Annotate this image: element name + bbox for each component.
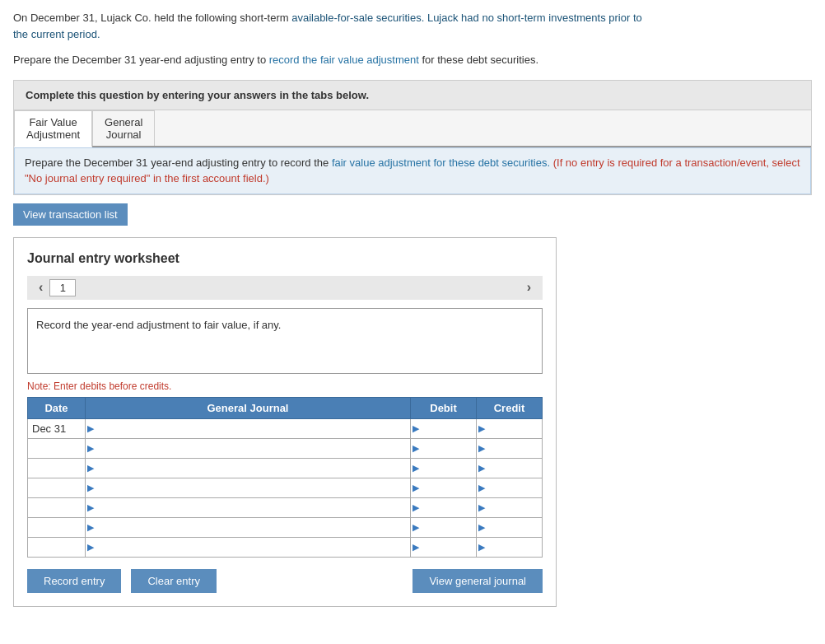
gj-arrow-0: ▶	[86, 423, 94, 434]
table-row: ▶▶▶	[28, 458, 543, 478]
gj-cell-5[interactable]: ▶	[86, 517, 411, 537]
gj-arrow-2: ▶	[86, 463, 94, 474]
date-cell-6	[28, 537, 86, 557]
gj-input-2[interactable]	[94, 459, 410, 478]
table-row: ▶▶▶	[28, 478, 543, 497]
table-row: ▶▶▶	[28, 497, 543, 517]
col-header-gj: General Journal	[86, 397, 411, 418]
complete-box: Complete this question by entering your …	[13, 80, 812, 110]
debit-arrow-3: ▶	[411, 483, 419, 493]
nav-row: ‹ 1 ›	[27, 276, 543, 300]
gj-input-4[interactable]	[94, 498, 410, 517]
gj-input-5[interactable]	[94, 518, 410, 537]
debit-cell-6[interactable]: ▶	[411, 537, 477, 557]
tab-general-journal[interactable]: GeneralJournal	[92, 110, 155, 146]
nav-prev-button[interactable]: ‹	[32, 280, 49, 295]
credit-arrow-5: ▶	[477, 522, 485, 533]
worksheet-title: Journal entry worksheet	[27, 251, 543, 266]
credit-arrow-1: ▶	[477, 443, 485, 454]
debit-cell-2[interactable]: ▶	[411, 458, 477, 478]
gj-cell-6[interactable]: ▶	[86, 537, 411, 557]
debit-input-5[interactable]	[419, 518, 476, 537]
debit-arrow-2: ▶	[411, 463, 419, 474]
credit-cell-2[interactable]: ▶	[477, 458, 543, 478]
entry-description: Record the year-end adjustment to fair v…	[27, 308, 543, 374]
credit-arrow-0: ▶	[477, 423, 485, 434]
intro-line2: the current period.	[13, 28, 100, 40]
credit-input-5[interactable]	[485, 518, 542, 537]
prepare-highlight: record the fair value adjustment	[269, 54, 419, 66]
debit-arrow-6: ▶	[411, 542, 419, 553]
credit-arrow-4: ▶	[477, 502, 485, 513]
intro-highlight: available-for-sale securities. Lujack ha…	[291, 12, 642, 24]
gj-arrow-5: ▶	[86, 522, 94, 533]
gj-cell-0[interactable]: ▶	[86, 418, 411, 438]
gj-input-3[interactable]	[94, 478, 410, 497]
debit-input-6[interactable]	[419, 538, 476, 557]
debit-cell-4[interactable]: ▶	[411, 497, 477, 517]
complete-box-text: Complete this question by entering your …	[26, 89, 369, 101]
debit-arrow-5: ▶	[411, 522, 419, 533]
note-text: Note: Enter debits before credits.	[27, 380, 543, 392]
debit-input-2[interactable]	[419, 459, 476, 478]
credit-cell-0[interactable]: ▶	[477, 418, 543, 438]
credit-cell-3[interactable]: ▶	[477, 478, 543, 497]
entry-description-text: Record the year-end adjustment to fair v…	[36, 319, 281, 331]
view-general-journal-button[interactable]: View general journal	[412, 569, 543, 593]
gj-arrow-1: ▶	[86, 443, 94, 454]
clear-entry-button[interactable]: Clear entry	[131, 569, 217, 593]
prepare-paragraph: Prepare the December 31 year-end adjusti…	[13, 52, 812, 68]
gj-input-0[interactable]	[94, 419, 410, 438]
journal-table: Date General Journal Debit Credit Dec 31…	[27, 397, 543, 558]
debit-input-3[interactable]	[419, 478, 476, 497]
credit-input-4[interactable]	[485, 498, 542, 517]
tab-content: Prepare the December 31 year-end adjusti…	[14, 147, 811, 194]
gj-input-1[interactable]	[94, 439, 410, 458]
credit-input-1[interactable]	[485, 439, 542, 458]
nav-number: 1	[49, 279, 76, 296]
debit-input-4[interactable]	[419, 498, 476, 517]
credit-cell-5[interactable]: ▶	[477, 517, 543, 537]
gj-arrow-4: ▶	[86, 502, 94, 513]
col-header-date: Date	[28, 397, 86, 418]
credit-input-2[interactable]	[485, 459, 542, 478]
tabs-container: Fair ValueAdjustment GeneralJournal Prep…	[13, 110, 812, 195]
credit-input-0[interactable]	[485, 419, 542, 438]
tabs-row: Fair ValueAdjustment GeneralJournal	[14, 110, 811, 147]
buttons-row: Record entry Clear entry View general jo…	[27, 569, 543, 593]
credit-arrow-3: ▶	[477, 483, 485, 493]
table-row: ▶▶▶	[28, 438, 543, 458]
view-transaction-list-button[interactable]: View transaction list	[13, 203, 128, 226]
debit-cell-3[interactable]: ▶	[411, 478, 477, 497]
gj-arrow-6: ▶	[86, 542, 94, 553]
table-row: Dec 31▶▶▶	[28, 418, 543, 438]
credit-arrow-2: ▶	[477, 463, 485, 474]
credit-input-6[interactable]	[485, 538, 542, 557]
debit-cell-0[interactable]: ▶	[411, 418, 477, 438]
record-entry-button[interactable]: Record entry	[27, 569, 121, 593]
debit-input-0[interactable]	[419, 419, 476, 438]
gj-cell-3[interactable]: ▶	[86, 478, 411, 497]
nav-next-button[interactable]: ›	[520, 280, 538, 295]
credit-cell-1[interactable]: ▶	[477, 438, 543, 458]
credit-input-3[interactable]	[485, 478, 542, 497]
tab-fair-value-adjustment[interactable]: Fair ValueAdjustment	[14, 110, 92, 147]
credit-cell-4[interactable]: ▶	[477, 497, 543, 517]
gj-input-6[interactable]	[94, 538, 410, 557]
credit-cell-6[interactable]: ▶	[477, 537, 543, 557]
date-cell-5	[28, 517, 86, 537]
date-cell-1	[28, 438, 86, 458]
table-row: ▶▶▶	[28, 537, 543, 557]
gj-cell-4[interactable]: ▶	[86, 497, 411, 517]
gj-cell-2[interactable]: ▶	[86, 458, 411, 478]
intro-paragraph: On December 31, Lujack Co. held the foll…	[13, 10, 812, 42]
gj-cell-1[interactable]: ▶	[86, 438, 411, 458]
debit-input-1[interactable]	[419, 439, 476, 458]
credit-arrow-6: ▶	[477, 542, 485, 553]
debit-arrow-0: ▶	[411, 423, 419, 434]
col-header-debit: Debit	[411, 397, 477, 418]
intro-line1: On December 31, Lujack Co. held the foll…	[13, 12, 642, 24]
debit-cell-1[interactable]: ▶	[411, 438, 477, 458]
debit-cell-5[interactable]: ▶	[411, 517, 477, 537]
instruction-blue: fair value adjustment for these debt sec…	[332, 156, 550, 169]
